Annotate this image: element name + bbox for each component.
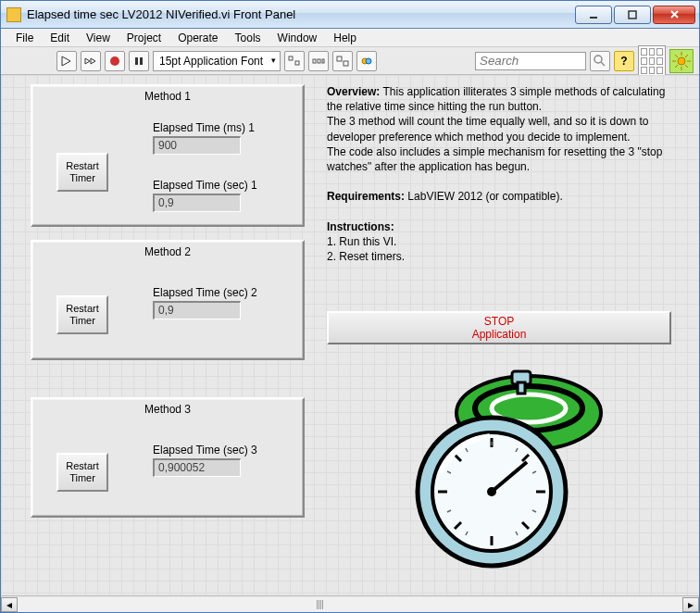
svg-line-24 (685, 65, 688, 68)
panel-method-3: Method 3 Restart Timer Elapsed Time (sec… (31, 397, 305, 518)
requirements-label: Requirements: (327, 190, 405, 203)
panel-1-title: Method 1 (144, 90, 191, 103)
run-continuous-button[interactable] (81, 51, 101, 71)
menu-window[interactable]: Window (270, 30, 325, 46)
distribute-button[interactable] (308, 51, 329, 71)
svg-rect-6 (140, 57, 143, 65)
resize-button[interactable] (332, 51, 353, 71)
search-input[interactable] (475, 52, 586, 70)
maximize-button[interactable] (614, 6, 651, 24)
panel-2-title: Method 2 (144, 245, 191, 258)
run-button[interactable] (56, 51, 77, 71)
elapsed-sec-1-label: Elapsed Time (sec) 1 (153, 179, 257, 192)
svg-rect-11 (322, 59, 324, 63)
scroll-track[interactable] (18, 597, 682, 612)
horizontal-scrollbar[interactable]: ◂ ▸ (1, 595, 699, 612)
svg-point-16 (594, 56, 602, 63)
panel-3-title: Method 3 (144, 403, 191, 416)
align-button[interactable] (284, 51, 305, 71)
restart-timer-3-button[interactable]: Restart Timer (56, 453, 108, 492)
panel-method-1: Method 1 Restart Timer Elapsed Time (ms)… (31, 84, 305, 227)
svg-rect-1 (629, 11, 636, 19)
svg-rect-5 (135, 57, 138, 65)
font-label: 15pt Application Font (159, 55, 263, 68)
close-button[interactable] (653, 6, 695, 24)
menu-help[interactable]: Help (326, 30, 364, 46)
menu-edit[interactable]: Edit (43, 30, 77, 46)
svg-rect-7 (289, 56, 293, 60)
elapsed-sec-2-label: Elapsed Time (sec) 2 (153, 286, 257, 299)
front-panel-canvas[interactable]: Method 1 Restart Timer Elapsed Time (ms)… (1, 75, 699, 595)
svg-point-18 (678, 57, 685, 65)
window-title: Elapsed time sec LV2012 NIVerified.vi Fr… (27, 7, 573, 21)
elapsed-ms-1-value: 900 (153, 136, 241, 155)
toolbar: 15pt Application Font ? (1, 47, 699, 75)
svg-line-25 (685, 55, 688, 57)
vi-icon[interactable] (669, 49, 694, 73)
menubar: File Edit View Project Operate Tools Win… (1, 29, 699, 47)
stop-application-button[interactable]: STOP Application (327, 311, 671, 344)
svg-rect-9 (313, 59, 316, 63)
help-button[interactable]: ? (614, 51, 634, 71)
menu-file[interactable]: File (8, 30, 41, 46)
svg-line-26 (675, 65, 678, 68)
svg-line-23 (675, 55, 678, 57)
svg-line-17 (601, 62, 605, 66)
scroll-right-button[interactable]: ▸ (682, 597, 699, 612)
svg-point-52 (487, 487, 496, 496)
svg-rect-10 (318, 59, 320, 63)
svg-rect-8 (295, 61, 299, 65)
pause-button[interactable] (129, 51, 149, 71)
svg-rect-31 (518, 382, 525, 394)
titlebar: Elapsed time sec LV2012 NIVerified.vi Fr… (1, 1, 699, 29)
restart-timer-2-button[interactable]: Restart Timer (56, 295, 108, 334)
menu-tools[interactable]: Tools (228, 30, 269, 46)
menu-view[interactable]: View (79, 30, 118, 46)
abort-button[interactable] (105, 51, 125, 71)
restart-timer-1-button[interactable]: Restart Timer (56, 153, 108, 192)
svg-point-4 (110, 56, 119, 66)
panel-method-2: Method 2 Restart Timer Elapsed Time (sec… (31, 240, 305, 360)
search-icon[interactable] (590, 51, 610, 71)
app-icon (6, 7, 21, 22)
minimize-button[interactable] (575, 6, 612, 24)
elapsed-sec-2-value: 0,9 (153, 301, 241, 319)
elapsed-sec-1-value: 0,9 (153, 194, 241, 212)
menu-operate[interactable]: Operate (170, 30, 225, 46)
scroll-left-button[interactable]: ◂ (1, 597, 18, 612)
elapsed-sec-3-value: 0,900052 (153, 458, 241, 477)
instructions-label: Instructions: (327, 220, 394, 233)
svg-rect-13 (344, 61, 348, 66)
reorder-button[interactable] (356, 51, 377, 71)
stopwatch-icon (390, 353, 612, 578)
overview-label: Overview: (327, 85, 380, 98)
svg-point-15 (366, 58, 371, 64)
elapsed-ms-1-label: Elapsed Time (ms) 1 (153, 121, 255, 134)
connector-pane-icon[interactable] (638, 45, 666, 77)
elapsed-sec-3-label: Elapsed Time (sec) 3 (153, 444, 257, 457)
svg-rect-12 (337, 56, 342, 61)
description-text: Overview: This application illiterates 3… (327, 84, 669, 264)
menu-project[interactable]: Project (119, 30, 169, 46)
font-selector[interactable]: 15pt Application Font (153, 51, 281, 71)
app-window: Elapsed time sec LV2012 NIVerified.vi Fr… (0, 0, 700, 613)
